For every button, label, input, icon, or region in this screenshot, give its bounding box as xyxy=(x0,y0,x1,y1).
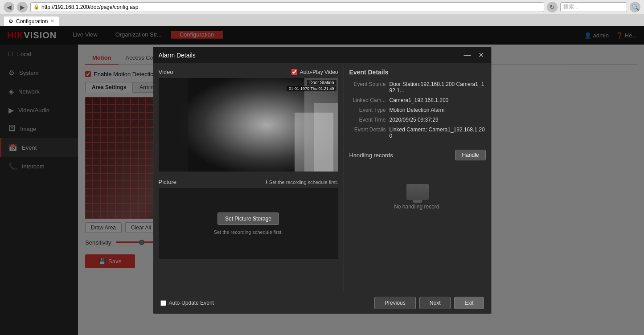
auto-play-row: Auto-Play Video xyxy=(291,69,338,75)
video-header: Video Auto-Play Video xyxy=(159,69,338,75)
auto-update-label: Auto-Update Event xyxy=(169,300,214,306)
event-val-details: Linked Camera: Camera1_192.168.1.200 xyxy=(390,127,486,139)
picture-section: Picture ℹ Set the recording schedule fir… xyxy=(159,179,338,259)
back-button[interactable]: ◀ xyxy=(4,2,14,12)
handling-section: Handling records Handle No handling reco… xyxy=(349,150,486,228)
next-button[interactable]: Next xyxy=(419,297,451,309)
auto-play-label: Auto-Play Video xyxy=(300,69,338,75)
url-text: http://192.168.1.200/doc/page/config.asp xyxy=(41,4,139,10)
exit-button[interactable]: Exit xyxy=(454,297,484,309)
video-player: Door Station 01-01-1970 Thu 01:21:49 xyxy=(159,78,338,172)
auto-update-row: Auto-Update Event xyxy=(160,300,214,306)
video-timestamp: 01-01-1970 Thu 01:21:49 xyxy=(287,86,336,91)
no-record-text: No handling record. xyxy=(394,204,441,210)
tab-label: Configuration xyxy=(16,18,48,25)
picture-area: Set Picture Storage Set the recording sc… xyxy=(159,188,338,259)
event-row-source: Event Source Door Station:192.168.1.200 … xyxy=(349,81,486,94)
picture-header: Picture ℹ Set the recording schedule fir… xyxy=(159,179,338,185)
no-record-icon xyxy=(406,184,429,200)
modal-header: Alarm Details — ✕ xyxy=(153,47,491,63)
refresh-button[interactable]: ↻ xyxy=(547,2,558,12)
alarm-details-modal: Alarm Details — ✕ Video Auto-Play Video xyxy=(153,47,492,314)
browser-tab-bar: ⚙ Configuration ✕ xyxy=(0,14,644,26)
video-section: Video Auto-Play Video xyxy=(159,69,338,172)
previous-button[interactable]: Previous xyxy=(374,297,416,309)
search-button[interactable]: 🔍 xyxy=(630,2,640,12)
lock-icon: 🔒 xyxy=(33,4,40,10)
handling-header: Handling records Handle xyxy=(349,150,486,160)
search-placeholder: 搜索... xyxy=(563,3,578,11)
event-details-title: Event Details xyxy=(349,69,486,76)
event-row-camera: Linked Cam... Camera1_192.168.1.200 xyxy=(349,97,486,103)
svg-rect-4 xyxy=(314,103,338,172)
browser-chrome: ◀ ▶ 🔒 http://192.168.1.200/doc/page/conf… xyxy=(0,0,644,14)
event-row-type: Event Type Motion Detection Alarm xyxy=(349,107,486,113)
modal-body: Video Auto-Play Video xyxy=(153,63,491,292)
auto-update-checkbox[interactable] xyxy=(160,300,166,306)
no-record-area: No handling record. xyxy=(349,166,486,228)
event-val-time: 2020/09/25 09:37:29 xyxy=(390,117,486,123)
event-key-details: Event Details xyxy=(349,127,390,139)
event-val-camera: Camera1_192.168.1.200 xyxy=(390,97,486,103)
picture-warning: ℹ Set the recording schedule first. xyxy=(266,179,338,185)
handle-button[interactable]: Handle xyxy=(455,150,485,160)
event-key-type: Event Type xyxy=(349,107,390,113)
event-key-source: Event Source xyxy=(349,81,390,94)
modal-right-panel: Event Details Event Source Door Station:… xyxy=(344,63,491,292)
tab-close-button[interactable]: ✕ xyxy=(50,18,54,24)
event-val-source: Door Station:192.168.1.200 Camera1_192.1… xyxy=(390,81,486,94)
video-camera-label: Door Station xyxy=(307,80,336,86)
picture-message: Set the recording schedule first. xyxy=(214,229,283,235)
url-bar[interactable]: 🔒 http://192.168.1.200/doc/page/config.a… xyxy=(30,2,544,12)
forward-button[interactable]: ▶ xyxy=(17,2,28,12)
modal-controls: — ✕ xyxy=(462,51,486,59)
video-label: Video xyxy=(159,69,173,75)
event-key-camera: Linked Cam... xyxy=(349,97,390,103)
event-row-details: Event Details Linked Camera: Camera1_192… xyxy=(349,127,486,139)
modal-minimize-button[interactable]: — xyxy=(462,51,473,59)
svg-rect-1 xyxy=(159,78,188,172)
set-picture-storage-button[interactable]: Set Picture Storage xyxy=(217,212,279,225)
event-key-time: Event Time xyxy=(349,117,390,123)
warning-icon: ℹ xyxy=(266,179,267,185)
event-val-type: Motion Detection Alarm xyxy=(390,107,486,113)
footer-buttons: Previous Next Exit xyxy=(374,297,484,309)
auto-play-checkbox[interactable] xyxy=(291,69,297,75)
modal-title: Alarm Details xyxy=(159,52,196,59)
warning-text: Set the recording schedule first. xyxy=(269,180,338,185)
picture-label: Picture xyxy=(159,179,176,185)
event-row-time: Event Time 2020/09/25 09:37:29 xyxy=(349,117,486,123)
browser-tab[interactable]: ⚙ Configuration ✕ xyxy=(4,16,59,26)
modal-footer: Auto-Update Event Previous Next Exit xyxy=(153,292,491,314)
search-bar[interactable]: 搜索... xyxy=(560,2,627,12)
handling-title: Handling records xyxy=(349,152,393,159)
camera-feed-svg xyxy=(159,78,338,172)
modal-overlay: Alarm Details — ✕ Video Auto-Play Video xyxy=(0,26,644,335)
modal-close-button[interactable]: ✕ xyxy=(476,51,486,59)
modal-left-panel: Video Auto-Play Video xyxy=(153,63,344,292)
